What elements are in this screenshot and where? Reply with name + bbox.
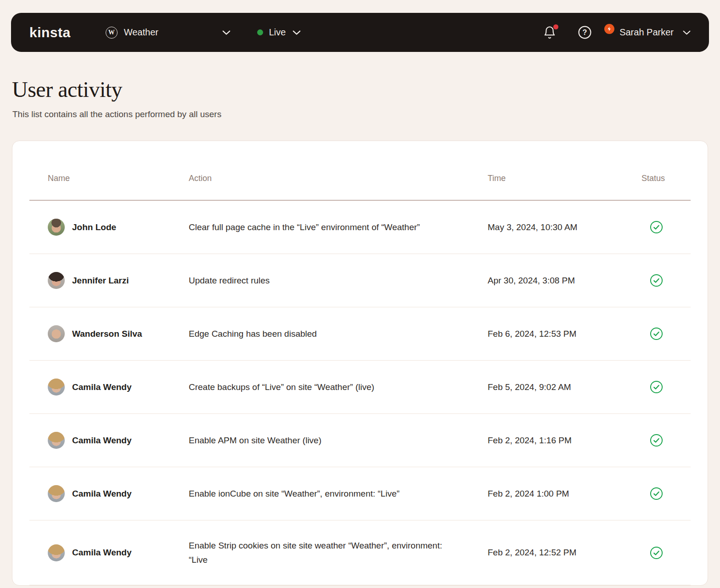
navbar-right-group: ? Sarah Parker: [543, 25, 691, 40]
avatar: [48, 379, 65, 396]
live-status-dot: [257, 29, 263, 35]
action-cell: Enable Strip cookies on site site weathe…: [189, 538, 488, 567]
action-text: Update redirect rules: [189, 273, 270, 288]
status-cell: [641, 274, 691, 287]
site-selector-dropdown[interactable]: W Weather: [106, 27, 231, 39]
time-cell: Feb 2, 2024, 12:52 PM: [488, 548, 641, 558]
time-cell: Feb 2, 2024 1:00 PM: [488, 489, 641, 499]
action-text: Edge Caching has been disabled: [189, 327, 317, 341]
chevron-down-icon: [683, 30, 691, 35]
user-cell: Jennifer Larzi: [29, 272, 189, 289]
action-cell: Edge Caching has been disabled: [189, 327, 488, 341]
table-row: Camila Wendy Enable Strip cookies on sit…: [29, 520, 691, 585]
column-header-status: Status: [641, 174, 691, 183]
top-navbar: kinsta W Weather Live ? Sarah Parker: [11, 13, 709, 52]
page-subtitle: This list contains all the actions perfo…: [12, 109, 720, 119]
chevron-down-icon: [222, 30, 231, 35]
status-cell: [641, 487, 691, 500]
avatar: [48, 219, 65, 236]
table-header-row: Name Action Time Status: [29, 141, 691, 201]
column-header-time: Time: [488, 174, 641, 183]
lightning-icon: [607, 26, 612, 32]
plan-badge: [604, 24, 614, 34]
action-cell: Create backups of “Live” on site “Weathe…: [189, 380, 488, 394]
action-text: Enable Strip cookies on site site weathe…: [189, 538, 455, 567]
user-name: Jennifer Larzi: [72, 276, 129, 286]
column-header-action: Action: [189, 174, 488, 183]
action-text: Enable APM on site Weather (live): [189, 433, 321, 447]
chevron-down-icon: [292, 30, 301, 35]
user-name: John Lode: [72, 222, 116, 232]
time-cell: Feb 2, 2024, 1:16 PM: [488, 435, 641, 446]
avatar: [48, 485, 65, 502]
time-cell: Feb 5, 2024, 9:02 AM: [488, 382, 641, 392]
action-text: Clear full page cache in the “Live” envi…: [189, 220, 420, 234]
user-name: Camila Wendy: [72, 382, 132, 392]
user-cell: Camila Wendy: [29, 485, 189, 502]
user-cell: John Lode: [29, 219, 189, 236]
help-button[interactable]: ?: [578, 25, 592, 40]
site-selector-label: Weather: [124, 27, 158, 38]
success-status-icon: [650, 274, 663, 287]
unread-notification-dot: [553, 24, 558, 29]
success-status-icon: [650, 487, 663, 500]
success-status-icon: [650, 220, 663, 234]
status-cell: [641, 434, 691, 447]
environment-selector-dropdown[interactable]: Live: [257, 27, 301, 38]
table-row: Jennifer Larzi Update redirect rules Apr…: [29, 254, 691, 307]
user-cell: Camila Wendy: [29, 544, 189, 561]
user-name: Wanderson Silva: [72, 329, 142, 339]
user-name: Camila Wendy: [72, 548, 132, 558]
table-row: Wanderson Silva Edge Caching has been di…: [29, 307, 691, 361]
status-cell: [641, 327, 691, 340]
wordpress-icon: W: [106, 27, 118, 39]
avatar: [48, 272, 65, 289]
question-mark-icon: ?: [578, 25, 592, 40]
user-activity-card: Name Action Time Status John Lode Clear …: [12, 141, 708, 586]
status-cell: [641, 220, 691, 234]
status-cell: [641, 380, 691, 394]
user-name: Camila Wendy: [72, 489, 132, 499]
success-status-icon: [650, 546, 663, 560]
action-cell: Enable APM on site Weather (live): [189, 433, 488, 447]
environment-selector-label: Live: [269, 27, 286, 38]
notifications-button[interactable]: [543, 26, 557, 40]
user-name: Camila Wendy: [72, 435, 132, 446]
svg-text:?: ?: [583, 28, 587, 36]
table-row: Camila Wendy Enable ionCube on site “Wea…: [29, 467, 691, 520]
avatar: [48, 432, 65, 449]
time-cell: Feb 6, 2024, 12:53 PM: [488, 329, 641, 339]
success-status-icon: [650, 327, 663, 340]
table-row: Camila Wendy Enable APM on site Weather …: [29, 414, 691, 467]
table-row: Camila Wendy Create backups of “Live” on…: [29, 361, 691, 414]
action-text: Create backups of “Live” on site “Weathe…: [189, 380, 374, 394]
user-cell: Camila Wendy: [29, 432, 189, 449]
avatar: [48, 544, 65, 561]
success-status-icon: [650, 434, 663, 447]
user-name-label: Sarah Parker: [619, 27, 674, 38]
kinsta-logo[interactable]: kinsta: [29, 25, 71, 40]
column-header-name: Name: [29, 174, 189, 183]
action-cell: Update redirect rules: [189, 273, 488, 288]
table-row: John Lode Clear full page cache in the “…: [29, 201, 691, 254]
page-title: User activity: [12, 77, 720, 102]
status-cell: [641, 546, 691, 560]
time-cell: Apr 30, 2024, 3:08 PM: [488, 276, 641, 286]
avatar: [48, 325, 65, 342]
user-menu[interactable]: Sarah Parker: [611, 27, 691, 38]
user-cell: Wanderson Silva: [29, 325, 189, 342]
action-text: Enable ionCube on site “Weather”, enviro…: [189, 486, 399, 501]
time-cell: May 3, 2024, 10:30 AM: [488, 222, 641, 232]
action-cell: Clear full page cache in the “Live” envi…: [189, 220, 488, 234]
success-status-icon: [650, 380, 663, 394]
user-cell: Camila Wendy: [29, 379, 189, 396]
action-cell: Enable ionCube on site “Weather”, enviro…: [189, 486, 488, 501]
